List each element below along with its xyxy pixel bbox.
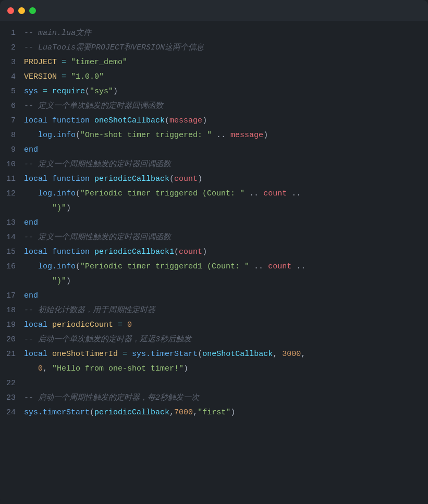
close-dot[interactable] [7, 7, 14, 14]
table-row: 12 ")") [0, 201, 428, 216]
table-row: 24sys.timerStart(periodicCallback,7000,"… [0, 405, 428, 420]
table-row: 5sys = require("sys") [0, 84, 428, 99]
table-row: 16 log.info("Periodic timer triggered1 (… [0, 260, 428, 274]
table-row: 17end [0, 289, 428, 303]
table-row: 11local function periodicCallback(count) [0, 172, 428, 187]
minimize-dot[interactable] [18, 7, 25, 14]
table-row: 7local function oneShotCallback(message) [0, 114, 428, 128]
table-row: 22 [0, 376, 428, 391]
table-row: 21local oneShotTimerId = sys.timerStart(… [0, 347, 428, 362]
table-row: 2-- LuaTools需要PROJECT和VERSION这两个信息 [0, 41, 428, 55]
table-row: 15local function periodicCallback1(count… [0, 245, 428, 260]
table-row: 4VERSION = "1.0.0" [0, 70, 428, 84]
table-row: 20-- 启动一个单次触发的定时器，延迟3秒后触发 [0, 333, 428, 347]
table-row: 13end [0, 216, 428, 230]
table-row: 6-- 定义一个单次触发的定时器回调函数 [0, 99, 428, 114]
table-row: 23-- 启动一个周期性触发的定时器，每2秒触发一次 [0, 391, 428, 405]
maximize-dot[interactable] [29, 7, 36, 14]
table-row: 8 log.info("One-shot timer triggered: " … [0, 128, 428, 143]
table-row: 21 0, "Hello from one-shot timer!") [0, 362, 428, 376]
table-row: 12 log.info("Periodic timer triggered (C… [0, 187, 428, 201]
table-row: 3PROJECT = "timer_demo" [0, 55, 428, 70]
title-bar [0, 0, 428, 21]
code-area: 1-- main.lua文件2-- LuaTools需要PROJECT和VERS… [0, 21, 428, 504]
table-row: 14-- 定义一个周期性触发的定时器回调函数 [0, 230, 428, 245]
window: 1-- main.lua文件2-- LuaTools需要PROJECT和VERS… [0, 0, 428, 504]
table-row: 10-- 定义一个周期性触发的定时器回调函数 [0, 157, 428, 172]
table-row: 18-- 初始化计数器，用于周期性定时器 [0, 303, 428, 318]
table-row: 1-- main.lua文件 [0, 26, 428, 41]
table-row: 16 ")") [0, 274, 428, 289]
table-row: 19local periodicCount = 0 [0, 318, 428, 333]
table-row: 9end [0, 143, 428, 157]
